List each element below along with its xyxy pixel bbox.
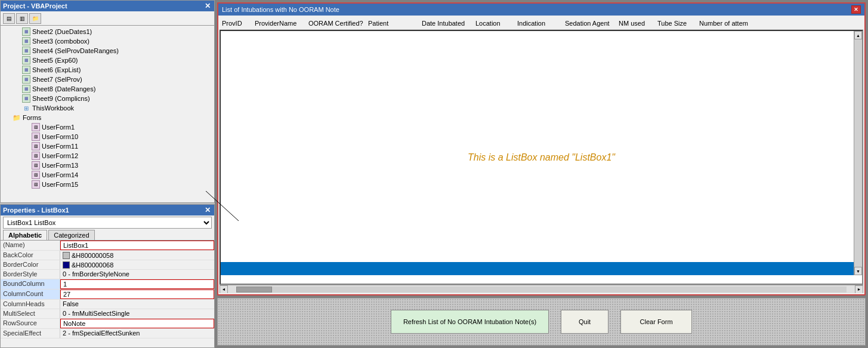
col-numattem: Number of attem bbox=[699, 20, 765, 27]
toolbar-btn-2[interactable]: ▥ bbox=[16, 13, 28, 24]
prop-row-columnheads: ColumnHeads False bbox=[1, 300, 214, 309]
prop-row-specialeffect: SpecialEffect 2 - fmSpecialEffectSunken bbox=[1, 329, 214, 338]
right-panel: List of Intubations with No OORAM Note ✕… bbox=[215, 0, 868, 348]
tab-categorized[interactable]: Categorized bbox=[48, 230, 94, 240]
tree-item-sheet6[interactable]: ▦ Sheet6 (ExpList) bbox=[1, 65, 214, 75]
col-location: Location bbox=[475, 20, 517, 27]
tree-item-sheet5[interactable]: ▦ Sheet5 (Exp60) bbox=[1, 56, 214, 65]
tree-item-userform10[interactable]: ▧ UserForm10 bbox=[1, 132, 214, 141]
col-sedationagent: Sedation Agent bbox=[565, 20, 619, 27]
prop-key-bordercolor: BorderColor bbox=[1, 260, 60, 269]
col-provid: ProvID bbox=[222, 20, 255, 27]
bordercolor-text: &H800000068 bbox=[72, 261, 113, 269]
tree-item-sheet7[interactable]: ▦ Sheet7 (SelProv) bbox=[1, 75, 214, 84]
tree-item-userform13[interactable]: ▧ UserForm13 bbox=[1, 161, 214, 170]
tree-label: UserForm14 bbox=[42, 171, 78, 178]
prop-row-backcolor: BackColor &H800000058 bbox=[1, 251, 214, 260]
prop-val-specialeffect[interactable]: 2 - fmSpecialEffectSunken bbox=[60, 329, 214, 338]
tree-item-sheet9[interactable]: ▦ Sheet9 (Complicns) bbox=[1, 94, 214, 103]
clear-form-button[interactable]: Clear Form bbox=[620, 310, 692, 334]
prop-key-backcolor: BackColor bbox=[1, 251, 60, 260]
folder-icon: 📁 bbox=[13, 113, 21, 122]
form-titlebar: List of Intubations with No OORAM Note ✕ bbox=[218, 4, 864, 16]
col-indication: Indication bbox=[517, 20, 565, 27]
backcolor-text: &H800000058 bbox=[72, 252, 113, 259]
vscroll-down-btn[interactable]: ▼ bbox=[854, 267, 862, 275]
vscroll-up-btn[interactable]: ▲ bbox=[854, 31, 862, 39]
hscroll-left-btn[interactable]: ◄ bbox=[220, 285, 228, 294]
tree-label: UserForm15 bbox=[42, 181, 78, 188]
quit-button[interactable]: Quit bbox=[561, 310, 608, 334]
prop-val-boundcolumn[interactable]: 1 bbox=[60, 279, 214, 289]
tree-item-userform14[interactable]: ▧ UserForm14 bbox=[1, 170, 214, 180]
tree-label: Sheet8 (DateRanges) bbox=[32, 85, 95, 93]
tree-item-userform11[interactable]: ▧ UserForm11 bbox=[1, 141, 214, 151]
tree-label: Forms bbox=[23, 114, 41, 121]
prop-key-specialeffect: SpecialEffect bbox=[1, 329, 60, 338]
tree-label: UserForm11 bbox=[42, 143, 78, 150]
prop-key-multiselect: MultiSelect bbox=[1, 309, 60, 318]
listbox-header: ProvID ProviderName OORAM Certified? Pat… bbox=[220, 17, 863, 30]
tree-item-sheet8[interactable]: ▦ Sheet8 (DateRanges) bbox=[1, 84, 214, 94]
toolbar-btn-3[interactable]: 📁 bbox=[29, 13, 41, 24]
prop-val-bordercolor[interactable]: &H800000068 bbox=[60, 260, 214, 269]
sheet-icon: ▦ bbox=[22, 66, 30, 74]
listbox-body[interactable]: This is a ListBox named "ListBox1" ▲ ▼ bbox=[220, 30, 863, 285]
col-tubesize: Tube Size bbox=[657, 20, 699, 27]
tree-item-sheet3[interactable]: ▦ Sheet3 (combobox) bbox=[1, 36, 214, 46]
listbox-label: This is a ListBox named "ListBox1" bbox=[468, 152, 615, 163]
tree-label: UserForm10 bbox=[42, 133, 78, 140]
prop-val-columnheads[interactable]: False bbox=[60, 300, 214, 309]
tree-label: UserForm1 bbox=[42, 124, 75, 131]
sheet-icon: ▦ bbox=[22, 56, 30, 64]
tree-item-userform15[interactable]: ▧ UserForm15 bbox=[1, 180, 214, 189]
properties-panel: Properties - ListBox1 ✕ ListBox1 ListBox… bbox=[0, 204, 215, 348]
hscroll-right-btn[interactable]: ► bbox=[855, 285, 863, 294]
form-close-btn[interactable]: ✕ bbox=[851, 5, 861, 14]
toolbar-btn-1[interactable]: ▤ bbox=[3, 13, 15, 24]
tree-label: UserForm12 bbox=[42, 152, 78, 159]
tree-item-forms-folder[interactable]: 📁 Forms bbox=[1, 113, 214, 122]
form-icon: ▧ bbox=[32, 123, 40, 131]
tree-label: Sheet2 (DueDates1) bbox=[32, 28, 92, 35]
project-close-btn[interactable]: ✕ bbox=[203, 2, 212, 10]
form-icon: ▧ bbox=[32, 133, 40, 141]
prop-val-columncount[interactable]: 27 bbox=[60, 290, 214, 299]
prop-row-columncount: ColumnCount 27 bbox=[1, 290, 214, 300]
col-providername: ProviderName bbox=[255, 20, 308, 27]
tree-label: UserForm13 bbox=[42, 162, 78, 169]
vscroll-track bbox=[854, 39, 862, 267]
vscrollbar[interactable]: ▲ ▼ bbox=[854, 31, 862, 275]
prop-val-borderstyle[interactable]: 0 - fmBorderStyleNone bbox=[60, 270, 214, 279]
tree-item-userform1[interactable]: ▧ UserForm1 bbox=[1, 122, 214, 132]
tab-alphabetic[interactable]: Alphabetic bbox=[3, 230, 47, 240]
properties-close-btn[interactable]: ✕ bbox=[203, 206, 212, 214]
prop-row-rowsource: RowSource NoNote bbox=[1, 319, 214, 329]
hscrollbar[interactable]: ◄ ► bbox=[220, 285, 863, 293]
workbook-icon: ⊞ bbox=[22, 104, 30, 112]
refresh-button[interactable]: Refresh List of No OORAM Intubation Note… bbox=[391, 310, 549, 334]
hscroll-thumb bbox=[236, 287, 272, 292]
form-icon: ▧ bbox=[32, 180, 40, 189]
properties-grid: (Name) ListBox1 BackColor &H800000058 Bo… bbox=[1, 241, 214, 347]
tree-item-thisworkbook[interactable]: ⊞ ThisWorkbook bbox=[1, 103, 214, 113]
sheet-icon: ▦ bbox=[22, 94, 30, 103]
tree-item-sheet4[interactable]: ▦ Sheet4 (SelProvDateRanges) bbox=[1, 46, 214, 56]
form-window: List of Intubations with No OORAM Note ✕… bbox=[217, 2, 866, 295]
properties-selector[interactable]: ListBox1 ListBox bbox=[3, 217, 212, 229]
tree-item-sheet2[interactable]: ▦ Sheet2 (DueDates1) bbox=[1, 27, 214, 36]
prop-val-backcolor[interactable]: &H800000058 bbox=[60, 251, 214, 260]
sheet-icon: ▦ bbox=[22, 27, 30, 36]
tree-label: Sheet9 (Complicns) bbox=[32, 95, 90, 102]
form-icon: ▧ bbox=[32, 161, 40, 170]
sheet-icon: ▦ bbox=[22, 75, 30, 84]
prop-val-name[interactable]: ListBox1 bbox=[60, 241, 214, 250]
tree-item-userform12[interactable]: ▧ UserForm12 bbox=[1, 151, 214, 161]
tree-label: Sheet7 (SelProv) bbox=[32, 76, 82, 83]
prop-val-rowsource[interactable]: NoNote bbox=[60, 319, 214, 328]
prop-val-multiselect[interactable]: 0 - fmMultiSelectSingle bbox=[60, 309, 214, 318]
project-toolbar: ▤ ▥ 📁 bbox=[1, 11, 214, 26]
tree-label: ThisWorkbook bbox=[32, 104, 74, 112]
properties-title: Properties - ListBox1 bbox=[3, 207, 69, 214]
bordercolor-swatch bbox=[63, 261, 70, 269]
